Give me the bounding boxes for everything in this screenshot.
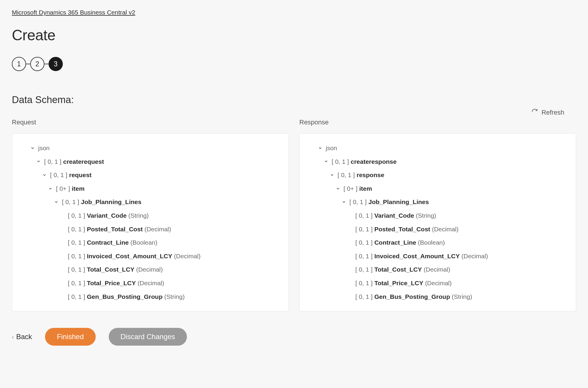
tree-row[interactable]: [ 0, 1 ] Contract_Line (Boolean) [17, 236, 283, 249]
cardinality: [ 0, 1 ] [44, 158, 63, 165]
node-name: Contract_Line [87, 239, 129, 246]
response-tree: json[ 0, 1 ] createresponse[ 0, 1 ] resp… [299, 133, 576, 311]
chevron-down-icon[interactable] [335, 187, 341, 191]
cardinality: [ 0, 1 ] [355, 280, 374, 286]
cardinality: [ 0+ ] [344, 185, 359, 192]
node-type: (Decimal) [172, 253, 201, 259]
response-label: Response [299, 118, 576, 126]
node-type: (Decimal) [422, 266, 450, 273]
node-type: (Decimal) [460, 253, 488, 259]
step-connector [44, 64, 49, 65]
chevron-down-icon[interactable] [323, 159, 329, 163]
tree-row[interactable]: [ 0, 1 ] Contract_Line (Boolean) [305, 236, 571, 249]
tree-row[interactable]: [ 0, 1 ] Gen_Bus_Posting_Group (String) [17, 290, 283, 304]
cardinality: [ 0+ ] [56, 185, 72, 192]
tree-row[interactable]: [ 0, 1 ] createrequest [17, 155, 283, 169]
node-name: Variant_Code [374, 212, 414, 219]
node-type: (Decimal) [136, 280, 164, 286]
tree-row[interactable]: [ 0, 1 ] Total_Cost_LCY (Decimal) [17, 263, 283, 276]
page-title: Create [12, 27, 576, 44]
cardinality: [ 0, 1 ] [68, 239, 87, 246]
tree-row[interactable]: [ 0, 1 ] Invoiced_Cost_Amount_LCY (Decim… [305, 249, 571, 263]
chevron-down-icon[interactable] [47, 187, 54, 191]
cardinality: [ 0, 1 ] [332, 158, 351, 165]
cardinality: [ 0, 1 ] [355, 212, 374, 219]
tree-row[interactable]: [ 0, 1 ] Total_Price_LCY (Decimal) [17, 276, 283, 290]
node-name: Gen_Bus_Posting_Group [87, 293, 163, 300]
node-type: (String) [126, 212, 149, 219]
cardinality: [ 0, 1 ] [68, 293, 87, 300]
tree-row[interactable]: [ 0+ ] item [305, 182, 571, 195]
node-name: json [326, 145, 337, 151]
step-2[interactable]: 2 [30, 57, 44, 71]
refresh-button[interactable]: Refresh [12, 108, 576, 117]
stepper: 1 2 3 [12, 57, 576, 71]
request-column: Request json[ 0, 1 ] createrequest[ 0, 1… [12, 118, 289, 311]
chevron-down-icon[interactable] [329, 173, 335, 177]
chevron-down-icon[interactable] [317, 146, 323, 150]
request-tree: json[ 0, 1 ] createrequest[ 0, 1 ] reque… [12, 133, 289, 311]
chevron-down-icon[interactable] [35, 159, 42, 163]
tree-row[interactable]: [ 0, 1 ] createresponse [305, 155, 571, 169]
cardinality: [ 0, 1 ] [355, 266, 374, 273]
node-name: Total_Price_LCY [87, 280, 136, 286]
cardinality: [ 0, 1 ] [350, 198, 368, 205]
cardinality: [ 0, 1 ] [68, 212, 87, 219]
node-name: createrequest [63, 158, 104, 165]
node-name: Job_Planning_Lines [368, 198, 429, 205]
node-name: request [69, 171, 92, 178]
tree-row[interactable]: [ 0, 1 ] Variant_Code (String) [17, 209, 283, 222]
back-button[interactable]: ‹ Back [12, 333, 32, 341]
chevron-down-icon[interactable] [29, 146, 36, 150]
node-name: Total_Price_LCY [374, 280, 423, 286]
node-name: Total_Cost_LCY [374, 266, 422, 273]
node-name: Job_Planning_Lines [81, 198, 141, 205]
chevron-down-icon[interactable] [341, 200, 347, 204]
back-label: Back [16, 333, 32, 341]
node-name: response [357, 171, 384, 178]
tree-row[interactable]: [ 0, 1 ] response [305, 168, 571, 182]
node-type: (Decimal) [134, 266, 163, 273]
tree-row[interactable]: [ 0, 1 ] Posted_Total_Cost (Decimal) [305, 222, 571, 236]
cardinality: [ 0, 1 ] [62, 198, 81, 205]
node-name: item [359, 185, 372, 192]
request-label: Request [12, 118, 289, 126]
cardinality: [ 0, 1 ] [68, 253, 87, 259]
node-name: Posted_Total_Cost [374, 226, 430, 233]
cardinality: [ 0, 1 ] [338, 171, 357, 178]
tree-row[interactable]: [ 0, 1 ] Variant_Code (String) [305, 209, 571, 222]
tree-row[interactable]: [ 0, 1 ] Job_Planning_Lines [305, 195, 571, 209]
tree-row[interactable]: [ 0, 1 ] Posted_Total_Cost (Decimal) [17, 222, 283, 236]
tree-row[interactable]: [ 0, 1 ] Total_Price_LCY (Decimal) [305, 276, 571, 290]
tree-row[interactable]: json [17, 141, 283, 155]
chevron-down-icon[interactable] [53, 200, 60, 204]
cardinality: [ 0, 1 ] [68, 226, 87, 233]
node-type: (Decimal) [423, 280, 452, 286]
node-name: item [72, 185, 84, 192]
tree-row[interactable]: [ 0, 1 ] Job_Planning_Lines [17, 195, 283, 209]
breadcrumb[interactable]: Microsoft Dynamics 365 Business Central … [12, 9, 135, 16]
refresh-label: Refresh [541, 109, 564, 116]
tree-row[interactable]: [ 0+ ] item [17, 182, 283, 195]
tree-row[interactable]: [ 0, 1 ] Total_Cost_LCY (Decimal) [305, 263, 571, 276]
tree-row[interactable]: [ 0, 1 ] Invoiced_Cost_Amount_LCY (Decim… [17, 249, 283, 263]
discard-button[interactable]: Discard Changes [109, 328, 187, 346]
node-name: createresponse [351, 158, 397, 165]
cardinality: [ 0, 1 ] [68, 280, 87, 286]
node-type: (Decimal) [430, 226, 459, 233]
chevron-down-icon[interactable] [41, 173, 48, 177]
node-type: (Decimal) [143, 226, 171, 233]
node-type: (Boolean) [129, 239, 157, 246]
step-1[interactable]: 1 [12, 57, 26, 71]
tree-row[interactable]: json [305, 141, 571, 155]
cardinality: [ 0, 1 ] [50, 171, 69, 178]
step-3[interactable]: 3 [49, 57, 63, 71]
tree-row[interactable]: [ 0, 1 ] Gen_Bus_Posting_Group (String) [305, 290, 571, 304]
tree-row[interactable]: [ 0, 1 ] request [17, 168, 283, 182]
node-name: Invoiced_Cost_Amount_LCY [87, 253, 172, 259]
node-type: (String) [450, 293, 472, 300]
cardinality: [ 0, 1 ] [68, 266, 87, 273]
finished-button[interactable]: Finished [45, 328, 96, 346]
node-name: Invoiced_Cost_Amount_LCY [374, 253, 460, 259]
node-name: Variant_Code [87, 212, 126, 219]
